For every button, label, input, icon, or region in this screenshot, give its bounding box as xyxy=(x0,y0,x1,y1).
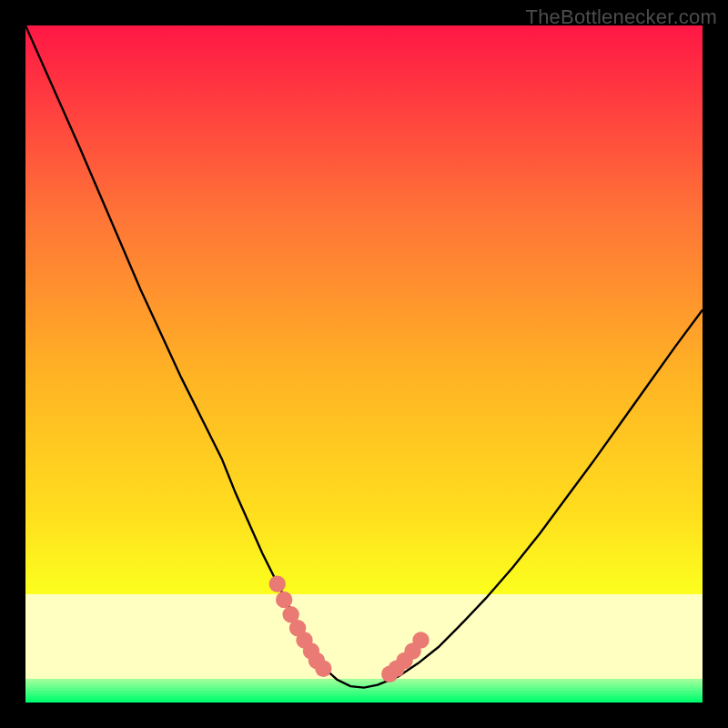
green-band xyxy=(25,679,703,703)
plot-area xyxy=(25,25,703,703)
curve-marker xyxy=(269,576,286,592)
curve-marker xyxy=(276,592,292,608)
svg-rect-7 xyxy=(25,700,703,703)
watermark-text: TheBottlenecker.com xyxy=(526,5,717,29)
pale-yellow-band xyxy=(25,594,703,679)
curve-marker xyxy=(315,661,331,677)
bottleneck-chart-svg xyxy=(25,25,703,703)
curve-marker xyxy=(412,632,429,648)
chart-outer-frame: TheBottlenecker.com xyxy=(0,0,728,728)
